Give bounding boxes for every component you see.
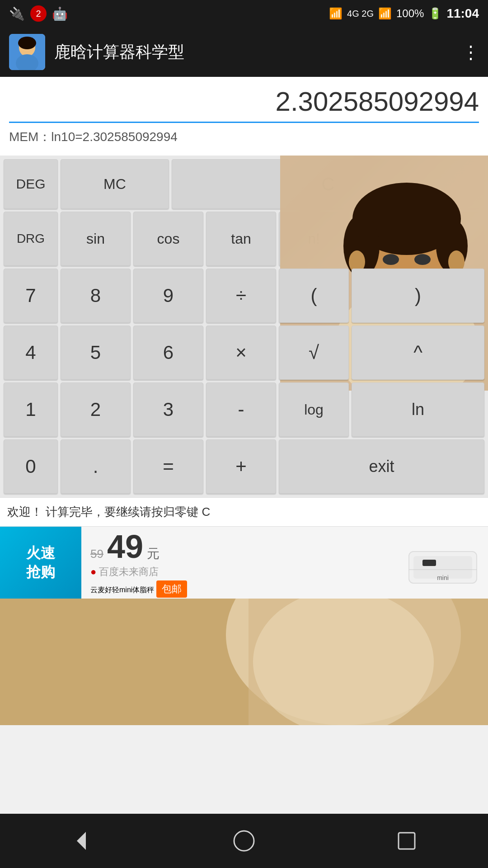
- ad-yuan: 元: [147, 545, 160, 562]
- svg-point-24: [253, 599, 434, 725]
- tan-button[interactable]: tan: [206, 212, 276, 266]
- recent-button[interactable]: [389, 823, 425, 859]
- ad-content: 59 49 元 ● 百度未来商店 云麦好轻mini体脂秤 包邮: [81, 526, 398, 599]
- svg-rect-27: [399, 833, 415, 849]
- status-left-icons: 🔌 2 🤖: [9, 5, 68, 22]
- app-bar: 鹿晗计算器科学型 ⋮: [0, 27, 488, 77]
- deg-button[interactable]: DEG: [4, 159, 58, 209]
- ln-button[interactable]: ln: [352, 382, 484, 437]
- ad-product-name: ● 百度未来商店 云麦好轻mini体脂秤 包邮: [90, 565, 389, 598]
- ad-product-text: 云麦好轻mini体脂秤: [90, 586, 154, 594]
- seven-button[interactable]: 7: [4, 269, 58, 323]
- log-button[interactable]: log: [279, 382, 349, 437]
- svg-rect-18: [422, 560, 436, 566]
- drg-button[interactable]: DRG: [4, 212, 58, 266]
- home-button[interactable]: [226, 823, 262, 859]
- mul-button[interactable]: ×: [206, 326, 276, 380]
- six-button[interactable]: 6: [133, 326, 203, 380]
- ad-price-area: 59 49 元: [90, 528, 389, 565]
- ad-line1: 火速: [26, 544, 55, 563]
- main-display: 2.302585092994: [9, 81, 479, 123]
- menu-icon[interactable]: ⋮: [462, 42, 479, 62]
- back-button[interactable]: [63, 823, 99, 859]
- image-area: [0, 599, 488, 725]
- ad-old-price: 59: [90, 547, 103, 561]
- battery-text: 100%: [396, 7, 424, 20]
- android-icon: 🤖: [52, 6, 68, 21]
- svg-point-11: [383, 254, 399, 265]
- network-4g: 4G 2G: [347, 9, 374, 19]
- exit-button[interactable]: exit: [279, 439, 484, 494]
- row-456: 4 5 6 × √ ^: [4, 326, 484, 380]
- three-button[interactable]: 3: [133, 382, 203, 437]
- sin-button[interactable]: sin: [61, 212, 131, 266]
- zero-button[interactable]: 0: [4, 439, 58, 494]
- status-right-icons: 📶 4G 2G 📶 100% 🔋 11:04: [329, 6, 479, 21]
- five-button[interactable]: 5: [61, 326, 131, 380]
- mc-button[interactable]: MC: [61, 159, 169, 209]
- cos-button[interactable]: cos: [133, 212, 203, 266]
- four-button[interactable]: 4: [4, 326, 58, 380]
- lparen-button[interactable]: (: [279, 269, 349, 323]
- ad-product-image: mini: [398, 531, 488, 594]
- svg-marker-25: [77, 832, 86, 850]
- equals-button[interactable]: =: [133, 439, 203, 494]
- signal-icon: 📶: [378, 7, 392, 20]
- ad-new-price: 49: [107, 528, 143, 565]
- one-button[interactable]: 1: [4, 382, 58, 437]
- ad-store: ● 百度未来商店: [90, 565, 389, 579]
- svg-point-2: [18, 37, 36, 49]
- ad-left-block: 火速 抢购: [0, 527, 81, 599]
- wifi-icon: 📶: [329, 7, 343, 20]
- svg-point-26: [234, 831, 254, 851]
- mem-display: MEM：ln10=2.302585092994: [9, 123, 479, 151]
- ad-badge: 包邮: [156, 580, 187, 598]
- display-area: 2.302585092994 MEM：ln10=2.302585092994: [0, 77, 488, 156]
- avatar: [9, 34, 45, 70]
- two-button[interactable]: 2: [61, 382, 131, 437]
- app-title: 鹿晗计算器科学型: [54, 41, 453, 63]
- svg-point-12: [414, 254, 431, 265]
- svg-text:mini: mini: [437, 574, 449, 581]
- power-button[interactable]: ^: [352, 326, 484, 380]
- usb-icon: 🔌: [9, 6, 25, 21]
- status-bar: 🔌 2 🤖 📶 4G 2G 📶 100% 🔋 11:04: [0, 0, 488, 27]
- row-123: 1 2 3 - log ln: [4, 382, 484, 437]
- eight-button[interactable]: 8: [61, 269, 131, 323]
- row-0dot: 0 . = + exit: [4, 439, 484, 494]
- notification-icon: 2: [30, 5, 47, 22]
- row-789: 7 8 9 ÷ ( ): [4, 269, 484, 323]
- rparen-button[interactable]: ): [352, 269, 484, 323]
- time-display: 11:04: [446, 6, 479, 21]
- div-button[interactable]: ÷: [206, 269, 276, 323]
- plus-button[interactable]: +: [206, 439, 276, 494]
- nine-button[interactable]: 9: [133, 269, 203, 323]
- status-text: 欢迎！ 计算完毕，要继续请按归零键 C: [7, 505, 210, 519]
- dot-button[interactable]: .: [61, 439, 131, 494]
- ad-banner[interactable]: 火速 抢购 59 49 元 ● 百度未来商店 云麦好轻mini体脂秤 包邮 mi…: [0, 526, 488, 599]
- sqrt-button[interactable]: √: [279, 326, 349, 380]
- nav-bar: [0, 814, 488, 868]
- bottom-status: 欢迎！ 计算完毕，要继续请按归零键 C: [0, 497, 488, 526]
- buttons-area: DEG MC C DRG sin cos tan n! Bksp 7 8 9 ÷…: [0, 156, 488, 497]
- battery-icon: 🔋: [428, 7, 442, 20]
- ad-line2: 抢购: [26, 563, 55, 582]
- minus-button[interactable]: -: [206, 382, 276, 437]
